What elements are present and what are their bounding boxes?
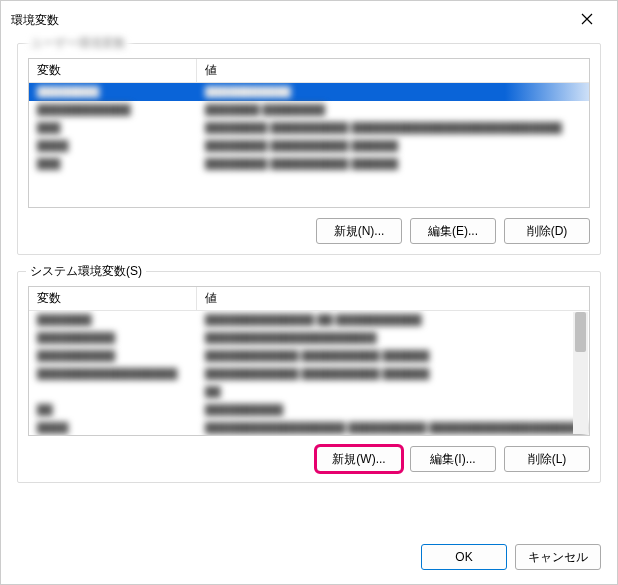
table-row[interactable]: ████ ████████ ██████████ ██████ (29, 137, 589, 155)
user-group-label: ユーザー環境変数 (26, 35, 130, 52)
scrollbar-thumb[interactable] (575, 312, 586, 352)
system-new-button[interactable]: 新規(W)... (316, 446, 402, 472)
system-buttons: 新規(W)... 編集(I)... 削除(L) (28, 446, 590, 472)
titlebar: 環境変数 (1, 1, 617, 37)
table-row[interactable]: ███ ████████ ██████████ ████████████████… (29, 119, 589, 137)
table-row[interactable]: ███ ████████ ██████████ ██████ (29, 155, 589, 173)
table-row[interactable]: ██ ██████████ (29, 401, 589, 419)
header-value[interactable]: 値 (197, 59, 589, 82)
close-icon (581, 13, 593, 25)
table-row[interactable]: ██ (29, 383, 589, 401)
env-vars-dialog: 環境変数 ユーザー環境変数 変数 値 ████████ ███████████ (0, 0, 618, 585)
user-new-button[interactable]: 新規(N)... (316, 218, 402, 244)
table-row[interactable]: ████████ ███████████ (29, 83, 589, 101)
user-edit-button[interactable]: 編集(E)... (410, 218, 496, 244)
window-title: 環境変数 (11, 10, 59, 29)
system-edit-button[interactable]: 編集(I)... (410, 446, 496, 472)
system-delete-button[interactable]: 削除(L) (504, 446, 590, 472)
user-delete-button[interactable]: 削除(D) (504, 218, 590, 244)
system-scrollbar[interactable] (573, 312, 588, 434)
table-row[interactable]: ███████ ██████████████ ██ ███████████ (29, 311, 589, 329)
table-row[interactable]: ██████████ ██████████████████████ (29, 329, 589, 347)
table-row[interactable]: ██████████████████ ████████████ ████████… (29, 365, 589, 383)
header-value[interactable]: 値 (197, 287, 589, 310)
table-row[interactable]: ████████████ ███████ ████████ (29, 101, 589, 119)
user-buttons: 新規(N)... 編集(E)... 削除(D) (28, 218, 590, 244)
system-group-label: システム環境変数(S) (26, 263, 146, 280)
table-row[interactable]: ████ ██████████████████ ██████████ █████… (29, 419, 589, 435)
user-list-header: 変数 値 (29, 59, 589, 83)
ok-button[interactable]: OK (421, 544, 507, 570)
system-vars-group: システム環境変数(S) 変数 値 ███████ ██████████████ … (17, 271, 601, 483)
close-button[interactable] (567, 4, 607, 34)
table-row[interactable]: ██████████ ████████████ ██████████ █████… (29, 347, 589, 365)
dialog-footer: OK キャンセル (1, 544, 617, 584)
system-list-body: ███████ ██████████████ ██ ███████████ ██… (29, 311, 589, 435)
header-variable[interactable]: 変数 (29, 287, 197, 310)
system-list-header: 変数 値 (29, 287, 589, 311)
user-vars-group: ユーザー環境変数 変数 値 ████████ ███████████ █████… (17, 43, 601, 255)
user-list-body: ████████ ███████████ ████████████ ██████… (29, 83, 589, 207)
dialog-content: ユーザー環境変数 変数 値 ████████ ███████████ █████… (1, 37, 617, 544)
cancel-button[interactable]: キャンセル (515, 544, 601, 570)
system-vars-list[interactable]: 変数 値 ███████ ██████████████ ██ █████████… (28, 286, 590, 436)
header-variable[interactable]: 変数 (29, 59, 197, 82)
user-vars-list[interactable]: 変数 値 ████████ ███████████ ████████████ █… (28, 58, 590, 208)
